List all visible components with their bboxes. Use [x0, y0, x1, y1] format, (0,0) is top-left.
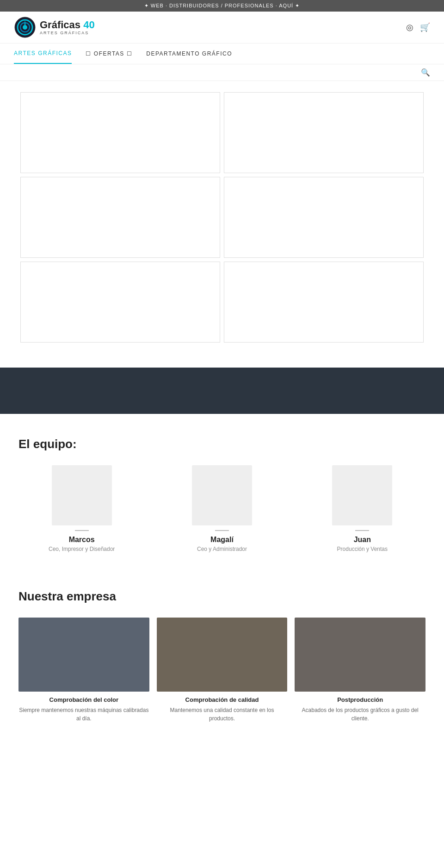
- company-section: Nuestra empresa Comprobación del color S…: [0, 566, 444, 737]
- search-bar: 🔍: [0, 64, 444, 81]
- team-name-juan: Juan: [354, 536, 371, 544]
- company-title: Nuestra empresa: [18, 589, 426, 604]
- logo-title: Gráficas 40: [40, 19, 95, 31]
- team-avatar-magali: [192, 465, 252, 525]
- team-name-marcos: Marcos: [69, 536, 95, 544]
- product-cell-5[interactable]: [20, 262, 220, 343]
- product-cell-6[interactable]: [224, 262, 424, 343]
- cart-icon[interactable]: 🛒: [420, 22, 430, 32]
- team-role-juan: Producción y Ventas: [337, 546, 388, 552]
- nav-item-artes[interactable]: ARTES GRÁFICAS: [14, 44, 72, 64]
- header: Gráficas 40 ARTES GRÁFICAS ◎ 🛒: [0, 12, 444, 44]
- logo-area[interactable]: Gráficas 40 ARTES GRÁFICAS: [14, 16, 95, 38]
- team-role-marcos: Ceo, Impresor y Diseñador: [49, 546, 115, 552]
- company-card-color: Comprobación del color Siempre mantenemo…: [18, 618, 149, 723]
- user-icon[interactable]: ◎: [406, 22, 413, 32]
- search-icon[interactable]: 🔍: [421, 68, 430, 77]
- team-divider-juan: [355, 530, 369, 531]
- team-avatar-juan: [332, 465, 392, 525]
- nav-item-ofertas[interactable]: ☐ OFERTAS ☐: [86, 44, 132, 63]
- product-cell-1[interactable]: [20, 92, 220, 173]
- top-bar: ✦ WEB · DISTRIBUIDORES / PROFESIONALES ·…: [0, 0, 444, 12]
- team-member-marcos: Marcos Ceo, Impresor y Diseñador: [18, 465, 145, 552]
- company-card-post: Postproducción Acabados de los productos…: [295, 618, 426, 723]
- svg-point-3: [23, 25, 27, 30]
- company-card-title-post: Postproducción: [295, 696, 426, 703]
- team-divider-magali: [215, 530, 229, 531]
- company-card-title-color: Comprobación del color: [18, 696, 149, 703]
- team-grid: Marcos Ceo, Impresor y Diseñador Magalí …: [18, 465, 426, 552]
- team-section: El equipo: Marcos Ceo, Impresor y Diseña…: [0, 414, 444, 566]
- company-img-color: [18, 618, 149, 692]
- main-nav: ARTES GRÁFICAS ☐ OFERTAS ☐ DEPARTAMENTO …: [0, 44, 444, 64]
- product-cell-3[interactable]: [20, 177, 220, 258]
- team-divider-marcos: [75, 530, 89, 531]
- top-bar-text: ✦ WEB · DISTRIBUIDORES / PROFESIONALES ·…: [144, 3, 300, 8]
- product-cell-2[interactable]: [224, 92, 424, 173]
- company-img-quality: [157, 618, 288, 692]
- company-img-post: [295, 618, 426, 692]
- team-avatar-marcos: [52, 465, 112, 525]
- dark-section: [0, 368, 444, 414]
- company-card-title-quality: Comprobación de calidad: [157, 696, 288, 703]
- team-title: El equipo:: [18, 437, 426, 451]
- team-role-magali: Ceo y Administrador: [197, 546, 247, 552]
- company-card-text-color: Siempre mantenemos nuestras máquinas cal…: [18, 706, 149, 723]
- company-card-text-post: Acabados de los productos gráficos a gus…: [295, 706, 426, 723]
- offers-icon-left: ☐: [86, 50, 92, 57]
- logo-subtitle: ARTES GRÁFICAS: [40, 31, 95, 35]
- product-cell-4[interactable]: [224, 177, 424, 258]
- header-icons: ◎ 🛒: [406, 22, 430, 32]
- company-grid: Comprobación del color Siempre mantenemo…: [18, 618, 426, 723]
- company-card-text-quality: Mantenemos una calidad constante en los …: [157, 706, 288, 723]
- team-member-juan: Juan Producción y Ventas: [299, 465, 426, 552]
- logo-text: Gráficas 40 ARTES GRÁFICAS: [40, 19, 95, 35]
- logo-icon: [14, 16, 36, 38]
- product-grid: [0, 81, 444, 354]
- team-name-magali: Magalí: [210, 536, 234, 544]
- offers-icon-right: ☐: [127, 50, 133, 57]
- nav-item-departamento[interactable]: DEPARTAMENTO GRÁFICO: [146, 44, 232, 63]
- offers-label: OFERTAS: [94, 50, 127, 57]
- company-card-quality: Comprobación de calidad Mantenemos una c…: [157, 618, 288, 723]
- team-member-magali: Magalí Ceo y Administrador: [159, 465, 285, 552]
